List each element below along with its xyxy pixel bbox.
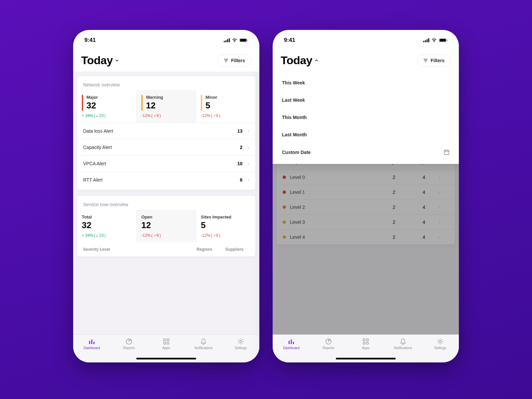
- tab-dashboard[interactable]: Dashboard: [73, 338, 110, 362]
- filter-icon: [224, 59, 228, 63]
- stat-color-bar: [201, 95, 202, 111]
- filters-label: Filters: [231, 58, 245, 63]
- alert-value: 10: [237, 161, 243, 166]
- alert-value: 13: [237, 128, 243, 134]
- stat-color-bar: [141, 95, 143, 111]
- stat-delta: -12% (↗8): [201, 233, 251, 238]
- calendar-icon: [444, 149, 450, 155]
- svg-rect-25: [447, 40, 448, 41]
- svg-rect-24: [440, 39, 446, 42]
- filters-button[interactable]: Filters: [417, 55, 451, 66]
- alert-label: Capacity Alert: [83, 145, 240, 150]
- svg-rect-16: [164, 342, 166, 344]
- service-now-card: Service now overview Total 32 + 34% (↙23…: [77, 196, 255, 256]
- stat-label: Sites Impacted: [201, 214, 251, 219]
- dropdown-item-last-month[interactable]: Last Month: [273, 126, 459, 143]
- alert-label: RTT Alert: [83, 177, 240, 183]
- svg-rect-33: [289, 341, 290, 344]
- stat-delta: -12% (↗8): [141, 113, 191, 118]
- alert-row[interactable]: VPCA Alert 10 ›: [77, 155, 255, 172]
- phone-frame-2: 9:41 Today Filters 32 + 34%: [273, 30, 459, 362]
- tab-label: Apps: [362, 346, 370, 350]
- svg-rect-17: [167, 342, 169, 344]
- wifi-icon: [232, 38, 237, 42]
- pie-icon: [325, 338, 332, 345]
- tab-settings[interactable]: Settings: [422, 338, 459, 362]
- stat-delta: -12% (↗8): [201, 113, 251, 118]
- stat-total[interactable]: Total 32 + 34% (↙23): [77, 210, 137, 242]
- col-suppliers: Suppliers: [219, 247, 249, 252]
- caret-down-icon: [115, 60, 119, 62]
- network-overview-title: Network overview: [77, 76, 255, 90]
- alert-list: Data loss Alert 13 › Capacity Alert 2 › …: [77, 123, 255, 190]
- dropdown-item-this-month[interactable]: This Month: [273, 109, 459, 126]
- filters-label: Filters: [431, 58, 445, 63]
- svg-rect-37: [363, 339, 365, 341]
- alert-row[interactable]: RTT Alert 6 ›: [77, 172, 255, 188]
- status-bar: 9:41: [273, 30, 459, 45]
- dropdown-item-last-week[interactable]: Last Week: [273, 91, 459, 109]
- chevron-right-icon: ›: [248, 128, 249, 134]
- stat-open[interactable]: Open 12 -12% (↗8): [137, 210, 196, 242]
- phone-frame-1: 9:41 Today Filters Network overview: [73, 30, 259, 362]
- service-stats-row: Total 32 + 34% (↙23) Open 12 -12% (↗8): [77, 210, 255, 242]
- dropdown-label: This Month: [282, 115, 307, 120]
- svg-rect-11: [91, 339, 92, 344]
- stat-warning[interactable]: Warning 12 -12% (↗8): [137, 90, 196, 123]
- stat-delta: -12% (↗8): [141, 233, 191, 238]
- grid-icon: [362, 338, 369, 345]
- stat-minor[interactable]: Minor 5 -12% (↗8): [196, 90, 255, 123]
- tab-dashboard[interactable]: Dashboard: [273, 338, 310, 362]
- svg-rect-10: [89, 341, 90, 344]
- svg-point-18: [240, 340, 242, 342]
- status-icons: [224, 38, 248, 42]
- dropdown-label: Last Month: [282, 132, 307, 137]
- status-icons: [423, 38, 448, 42]
- bell-icon: [200, 338, 207, 345]
- filter-icon: [423, 59, 428, 63]
- caret-up-icon: [315, 60, 318, 62]
- svg-rect-12: [93, 342, 94, 344]
- chevron-right-icon: ›: [248, 177, 249, 183]
- home-indicator: [136, 358, 196, 359]
- page-title: Today: [81, 54, 113, 67]
- svg-rect-19: [423, 41, 424, 42]
- chevron-right-icon: ›: [248, 161, 249, 166]
- stat-delta: + 34% (↙23): [82, 233, 132, 238]
- stat-label: Open: [141, 214, 191, 219]
- battery-icon: [439, 38, 448, 42]
- alert-row[interactable]: Data loss Alert 13 ›: [77, 123, 255, 139]
- title-dropdown-trigger[interactable]: Today: [281, 54, 318, 67]
- tab-label: Reports: [123, 346, 135, 350]
- dropdown-label: Custom Date: [282, 150, 311, 155]
- svg-rect-15: [167, 339, 169, 341]
- svg-rect-5: [240, 39, 246, 42]
- svg-rect-38: [366, 339, 368, 341]
- dropdown-label: This Week: [282, 80, 305, 85]
- stat-color-bar: [82, 95, 83, 111]
- content: Network overview Major 32 + 34%: [73, 71, 259, 334]
- alert-row[interactable]: Capacity Alert 2 ›: [77, 139, 255, 155]
- svg-rect-3: [229, 38, 230, 42]
- svg-rect-29: [444, 150, 449, 155]
- stat-major[interactable]: Major 32 + 34% (↙23): [77, 90, 137, 123]
- page-title: Today: [281, 54, 312, 67]
- tab-settings[interactable]: Settings: [222, 338, 259, 362]
- gear-icon: [237, 338, 244, 345]
- dropdown-item-custom-date[interactable]: Custom Date: [273, 143, 459, 161]
- svg-rect-21: [427, 39, 428, 42]
- battery-icon: [239, 38, 248, 42]
- severity-table-header: Severity Level Regions Suppliers: [77, 242, 255, 256]
- tab-label: Apps: [163, 346, 170, 350]
- chevron-right-icon: ›: [248, 145, 249, 150]
- stat-sites-impacted[interactable]: Sites Impacted 5 -12% (↗8): [196, 210, 255, 242]
- title-dropdown-trigger[interactable]: Today: [81, 54, 119, 67]
- tab-label: Notifications: [394, 346, 412, 350]
- stat-label: Warning: [146, 95, 163, 100]
- dropdown-item-this-week[interactable]: This Week: [273, 74, 459, 91]
- filters-button[interactable]: Filters: [217, 55, 251, 66]
- svg-rect-14: [164, 339, 166, 341]
- network-stats-row: Major 32 + 34% (↙23): [77, 90, 255, 123]
- svg-point-41: [439, 340, 441, 342]
- stat-value: 32: [82, 220, 132, 230]
